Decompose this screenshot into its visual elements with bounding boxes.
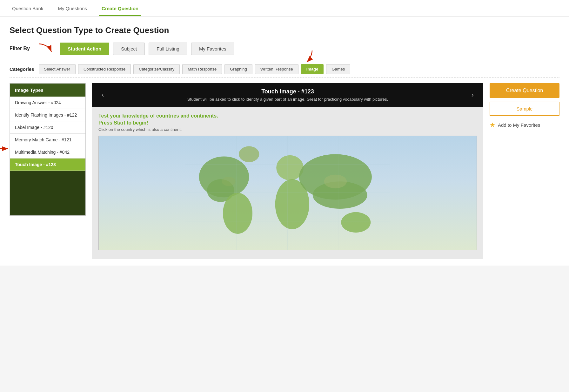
nav-question-bank[interactable]: Question Bank (10, 1, 46, 16)
sidebar-item-identify-flashing[interactable]: Identify Flashing Images - #122 (10, 109, 85, 121)
preview-body: Test your knowledge of countries and con… (92, 107, 483, 259)
body-section: Image Types Drawing Answer - #024 Identi… (10, 83, 559, 259)
preview-prompt-line1: Test your knowledge of countries and con… (98, 113, 477, 119)
sidebar-item-label-image[interactable]: Label Image - #120 (10, 121, 85, 134)
svg-point-12 (324, 175, 347, 188)
world-map-svg (99, 136, 477, 250)
sidebar-item-touch-image[interactable]: Touch Image - #123 (10, 159, 85, 171)
categories-label: Categories (10, 66, 34, 72)
arrow-decoration-multimedia (0, 143, 11, 154)
cat-math-response[interactable]: Math Response (182, 64, 222, 74)
filter-subject[interactable]: Subject (113, 43, 145, 55)
filter-row: Filter By Student Action Subject Full Li… (10, 42, 559, 55)
star-icon: ★ (490, 121, 495, 129)
cat-constructed-response[interactable]: Constructed Response (78, 64, 131, 74)
filter-my-favorites[interactable]: My Favorites (191, 43, 234, 55)
svg-point-13 (222, 177, 235, 186)
page-title: Select Question Type to Create Question (10, 25, 559, 35)
preview-next-arrow[interactable]: › (468, 91, 477, 99)
main-content: Select Question Type to Create Question … (0, 17, 569, 266)
top-nav: Question Bank My Questions Create Questi… (0, 0, 569, 17)
nav-create-question[interactable]: Create Question (99, 1, 141, 16)
filter-student-action[interactable]: Student Action (60, 43, 109, 55)
cat-image[interactable]: Image (301, 64, 324, 74)
nav-my-questions[interactable]: My Questions (55, 1, 90, 16)
arrow-decoration-filter (36, 42, 55, 55)
filter-section: Filter By Student Action Subject Full Li… (10, 42, 559, 74)
add-to-favorites-label[interactable]: Add to My Favorites (498, 122, 540, 128)
preview-description: Student will be asked to click to identi… (107, 97, 468, 102)
divider-1 (10, 61, 559, 61)
sidebar-footer (10, 171, 85, 215)
categories-row: Categories Select Answer Constructed Res… (10, 64, 559, 74)
left-sidebar: Image Types Drawing Answer - #024 Identi… (10, 83, 86, 216)
preview-prev-arrow[interactable]: ‹ (98, 91, 107, 99)
svg-point-10 (341, 212, 371, 233)
filter-full-listing[interactable]: Full Listing (149, 43, 187, 55)
cat-written-response[interactable]: Written Response (255, 64, 298, 74)
map-container[interactable] (98, 136, 477, 250)
sidebar-header: Image Types (10, 84, 85, 97)
cat-select-answer[interactable]: Select Answer (39, 64, 76, 74)
right-panel: Create Question Sample ★ Add to My Favor… (490, 83, 559, 129)
create-question-button[interactable]: Create Question (490, 83, 559, 98)
filter-label: Filter By (10, 46, 30, 51)
preview-title: Touch Image - #123 (107, 88, 468, 95)
sidebar-item-multimedia-matching[interactable]: Multimedia Matching - #042 (10, 146, 85, 159)
divider-2 (10, 77, 559, 78)
cat-graphing[interactable]: Graphing (224, 64, 252, 74)
svg-point-11 (239, 146, 259, 162)
preview-instruction: Click on the country which is also a con… (98, 127, 477, 132)
sidebar-item-drawing-answer[interactable]: Drawing Answer - #024 (10, 97, 85, 109)
cat-games[interactable]: Games (326, 64, 350, 74)
center-preview: ‹ Touch Image - #123 Student will be ask… (92, 83, 483, 259)
preview-prompt-line2: Press Start to begin! (98, 120, 477, 126)
arrow-decoration-image (295, 49, 317, 65)
preview-header: ‹ Touch Image - #123 Student will be ask… (92, 83, 483, 107)
svg-point-5 (223, 193, 252, 234)
favorites-row[interactable]: ★ Add to My Favorites (490, 121, 559, 129)
sample-button[interactable]: Sample (490, 102, 559, 116)
sidebar-item-memory-match[interactable]: Memory Match Game - #121 (10, 134, 85, 146)
cat-categorize-classify[interactable]: Categorize/Classify (133, 64, 180, 74)
